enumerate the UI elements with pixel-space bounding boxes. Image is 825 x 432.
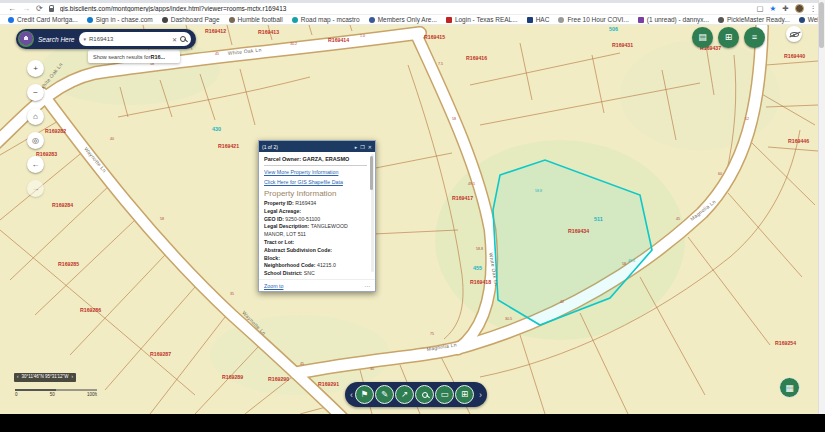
layers-button[interactable]: ≡ [744, 27, 765, 48]
bookmark-item[interactable]: Sign in - chase.com [87, 16, 153, 23]
coords-right-arrow[interactable]: › [71, 375, 73, 380]
dimension-label: 75 [430, 332, 434, 336]
bookmark-item[interactable]: (1 unread) - dannyx... [638, 16, 709, 23]
divider [264, 165, 367, 166]
chevron-down-icon[interactable]: ▾ [84, 36, 87, 42]
dimension-label: 58.8 [476, 247, 483, 251]
bookmark-item[interactable]: PickleMaster Ready... [718, 16, 790, 23]
dimension-label: 60 [718, 172, 722, 176]
shapefile-link[interactable]: Click Here for GIS Shapefile Data [264, 179, 367, 185]
bookmark-item[interactable]: Free 10 Hour COVI... [558, 16, 628, 23]
parcel-id-label: R169412 [205, 28, 226, 34]
toolbar-prev-icon[interactable]: ‹ [349, 390, 354, 400]
bookmark-label: Login - Texas REAL... [455, 16, 518, 23]
popup-dock-icon[interactable]: ❐ [360, 144, 364, 150]
next-extent-button[interactable]: → [27, 180, 44, 197]
parcel-id-label: R169291 [318, 381, 339, 387]
measure-button[interactable]: ▭ [435, 385, 454, 404]
dimension-label: 35 [230, 292, 234, 296]
bookmark-favicon [229, 17, 235, 23]
popup-close-icon[interactable]: ✕ [368, 144, 372, 150]
bookmark-item[interactable]: HAC [527, 16, 550, 23]
dimension-label: 52 [745, 117, 749, 121]
parcel-id-label: R169285 [58, 261, 79, 267]
bookmark-label: HAC [536, 16, 550, 23]
prev-extent-button[interactable]: ← [27, 156, 44, 173]
dimension-label: 45 [215, 52, 219, 56]
search-icon[interactable] [180, 36, 186, 42]
bookmark-favicon [638, 17, 644, 23]
bookmark-favicon [799, 17, 805, 23]
dimension-label: 58 [452, 117, 456, 121]
bookmark-item[interactable]: Login - Texas REAL... [446, 16, 518, 23]
lot-number-label: 511 [594, 216, 603, 222]
map-canvas[interactable]: White Oak LnWhite Oak LnWhite Oak LnMagn… [0, 25, 818, 414]
view-more-link[interactable]: View More Property Information [264, 169, 367, 175]
property-field: Legal Description: TANGLEWOOD MANOR, LOT… [264, 223, 367, 239]
popup-title-bar[interactable]: (1 of 2) ▸ ❐ ✕ [259, 141, 375, 152]
basemap-button[interactable]: ⊞ [718, 27, 739, 48]
bookmark-item[interactable]: Members Only Are... [369, 16, 437, 23]
bookmark-label: Members Only Are... [378, 16, 437, 23]
suggestion-text: Show search results for [93, 54, 150, 60]
visibility-toggle-button[interactable] [786, 26, 802, 42]
search-value[interactable]: R169413 [89, 36, 169, 42]
dimension-label: 30 [370, 367, 374, 371]
bookmark-item[interactable]: Humble football [229, 16, 283, 23]
popup-more-icon[interactable]: ⋯ [364, 282, 370, 289]
profile-avatar[interactable] [795, 4, 804, 13]
dimension-label: 42 [560, 300, 564, 304]
bookmark-item[interactable]: Credit Card Mortga... [8, 16, 78, 23]
parcel-id-label: R169446 [788, 138, 809, 144]
dimension-label: 45 [676, 217, 680, 221]
parcel-id-label: R169440 [784, 53, 805, 59]
share-button[interactable]: ↗ [395, 385, 414, 404]
bookmark-label: Humble football [238, 16, 283, 23]
parcel-id-label: R169287 [150, 351, 171, 357]
draw-button[interactable]: ✎ [375, 385, 394, 404]
bookmark-item[interactable]: Road map - mcastro [292, 16, 360, 23]
browser-scrollbar[interactable] [818, 0, 825, 414]
browser-menu-icon[interactable]: ⋮ [810, 4, 818, 13]
coords-text: 30°11'46"N 95°31'12"W [22, 375, 69, 380]
zoom-in-button[interactable]: + [27, 60, 44, 77]
query-button[interactable] [415, 385, 434, 404]
forward-icon[interactable]: → [22, 5, 30, 13]
search-input[interactable]: ▾ R169413 ✕ [79, 32, 192, 46]
property-field: Abstract Subdivision Code: [264, 247, 367, 255]
coords-left-arrow[interactable]: ‹ [17, 375, 19, 380]
zoom-out-button[interactable]: − [27, 84, 44, 101]
bookmark-label: Dashboard Page [171, 16, 220, 23]
popup-next-icon[interactable]: ▸ [355, 144, 358, 150]
side-panel-icon[interactable]: ▢ [756, 4, 763, 13]
popup-scrollbar[interactable] [371, 154, 374, 272]
parcel-map[interactable]: White Oak LnWhite Oak LnWhite Oak LnMagn… [0, 25, 818, 414]
search-label: Search Here [38, 36, 75, 43]
search-icon [422, 392, 428, 398]
attribute-table-button[interactable]: ▦ [779, 377, 800, 398]
locate-button[interactable]: ◎ [27, 132, 44, 149]
parcel-id-label: R169254 [775, 340, 796, 346]
print-button[interactable]: ▤ [692, 27, 713, 48]
back-icon[interactable]: ← [8, 5, 16, 13]
add-data-button[interactable]: ⊞ [455, 385, 474, 404]
bookmarks-button[interactable]: ⚑ [355, 385, 374, 404]
bookmark-item[interactable]: Dashboard Page [162, 16, 220, 23]
clear-search-icon[interactable]: ✕ [172, 36, 177, 43]
parcel-id-label: R169286 [80, 307, 101, 313]
bookmark-star-icon[interactable]: ★ [769, 4, 776, 13]
extensions-icon[interactable]: ✚ [782, 4, 788, 13]
url-text[interactable]: gis.bisclients.com/montgomeryjs/apps/ind… [60, 5, 751, 12]
dimension-label: 49.5 [468, 182, 475, 186]
bookmarks-bar: Credit Card Mortga...Sign in - chase.com… [0, 15, 825, 25]
scale-tick-label: 100ft [87, 392, 97, 397]
popup-pager: (1 of 2) [262, 144, 352, 150]
toolbar-next-icon[interactable]: › [478, 390, 483, 400]
lock-icon [49, 8, 54, 12]
search-suggestion[interactable]: Show search results for R16... [88, 50, 180, 63]
refresh-icon[interactable]: ⟳ [36, 5, 43, 13]
dimension-label: 58 [622, 262, 626, 266]
zoom-to-link[interactable]: Zoom to [264, 283, 364, 289]
home-button[interactable]: ⌂ [27, 108, 44, 125]
coordinates-readout[interactable]: ‹ 30°11'46"N 95°31'12"W › [14, 373, 76, 382]
